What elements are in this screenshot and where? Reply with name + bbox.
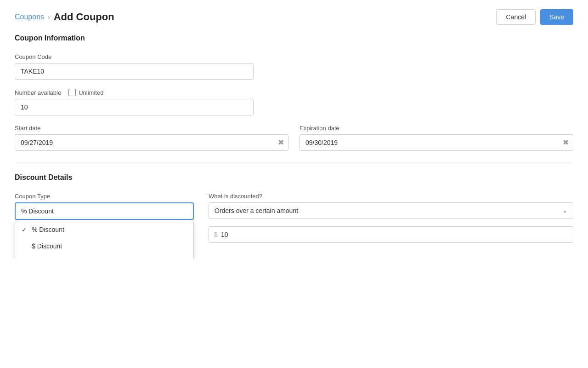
checkmark-icon: ✓ [22, 226, 28, 233]
start-date-clear-button[interactable]: ✖ [278, 139, 284, 146]
coupon-code-input[interactable] [15, 63, 254, 80]
coupon-type-col: Coupon Type % Discount ✓ % Discount $ D [15, 193, 194, 244]
breadcrumb-separator: › [48, 13, 50, 21]
number-available-group: Number available Unlimited [15, 89, 573, 115]
number-available-label: Number available [15, 89, 61, 96]
what-discounted-trigger[interactable]: Orders over a certain amount ⌄ [209, 202, 573, 219]
date-row: Start date ✖ Expiration date ✖ [15, 125, 573, 151]
discount-details-title: Discount Details [15, 173, 573, 182]
what-discounted-label: What is discounted? [209, 193, 573, 200]
coupon-code-label: Coupon Code [15, 53, 573, 60]
coupon-type-label: Coupon Type [15, 193, 194, 200]
expiration-date-label: Expiration date [300, 125, 573, 132]
unlimited-checkbox[interactable] [68, 89, 76, 96]
coupon-type-dropdown: ✓ % Discount $ Discount Free Shipping [15, 221, 194, 259]
cancel-button[interactable]: Cancel [496, 9, 536, 25]
start-date-input[interactable] [15, 134, 288, 151]
amount-input[interactable] [209, 226, 573, 243]
what-discounted-select-wrapper: Orders over a certain amount ⌄ [209, 202, 573, 219]
top-bar: Coupons › Add Coupon Cancel Save [0, 0, 588, 34]
coupon-type-select-wrapper: % Discount ✓ % Discount $ Discount [15, 202, 194, 220]
expiration-date-group: Expiration date ✖ [300, 125, 573, 151]
breadcrumb-coupons-link[interactable]: Coupons [15, 13, 44, 21]
start-date-label: Start date [15, 125, 288, 132]
what-discounted-col: What is discounted? Orders over a certai… [209, 193, 573, 244]
discount-two-col-row: Coupon Type % Discount ✓ % Discount $ D [15, 193, 573, 244]
coupon-information-section: Coupon Information Coupon Code Number av… [15, 34, 573, 151]
chevron-down-icon: ⌄ [563, 207, 567, 214]
coupon-information-title: Coupon Information [15, 34, 573, 42]
expiration-date-clear-button[interactable]: ✖ [563, 139, 569, 146]
main-content: Coupon Information Coupon Code Number av… [0, 34, 588, 259]
dropdown-item-label: $ Discount [32, 242, 62, 250]
top-actions: Cancel Save [496, 9, 573, 25]
breadcrumb: Coupons › Add Coupon [15, 11, 114, 23]
dropdown-item-free-shipping[interactable]: Free Shipping [15, 254, 193, 259]
what-discounted-selected: Orders over a certain amount [215, 207, 298, 214]
coupon-type-selected: % Discount [21, 207, 54, 215]
coupon-type-trigger[interactable]: % Discount [15, 202, 194, 220]
dollar-prefix-icon: $ [214, 231, 218, 238]
save-button[interactable]: Save [540, 9, 573, 25]
unlimited-label: Unlimited [79, 89, 103, 96]
amount-input-wrapper: $ [209, 226, 573, 243]
start-date-group: Start date ✖ [15, 125, 288, 151]
expiration-date-wrapper: ✖ [300, 134, 573, 151]
discount-details-section: Discount Details Coupon Type % Discount … [15, 173, 573, 244]
coupon-code-group: Coupon Code [15, 53, 573, 80]
dropdown-item-dollar-discount[interactable]: $ Discount [15, 238, 193, 254]
dropdown-item-percent-discount[interactable]: ✓ % Discount [15, 221, 193, 238]
section-divider [15, 162, 573, 162]
dropdown-item-label: % Discount [32, 226, 64, 233]
number-available-input[interactable] [15, 99, 254, 115]
page-title: Add Coupon [54, 11, 114, 23]
expiration-date-input[interactable] [300, 134, 573, 151]
unlimited-checkbox-label[interactable]: Unlimited [68, 89, 103, 96]
start-date-wrapper: ✖ [15, 134, 288, 151]
